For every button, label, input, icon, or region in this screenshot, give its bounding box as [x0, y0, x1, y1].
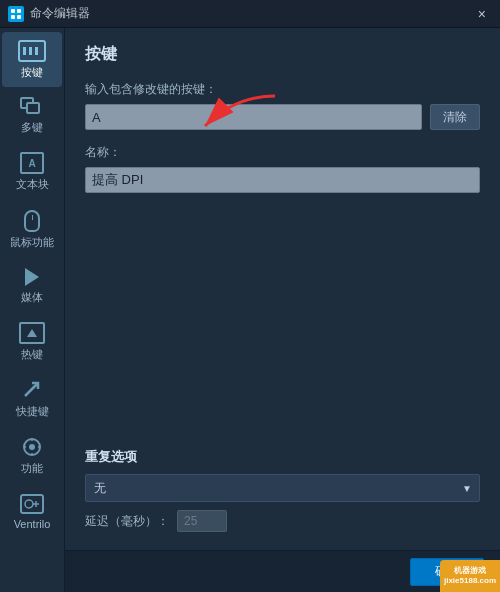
- media-icon: [20, 267, 44, 287]
- window-title: 命令编辑器: [30, 5, 90, 22]
- keyboard-icon: [18, 40, 46, 62]
- sidebar-item-keys[interactable]: 按键: [2, 32, 62, 87]
- repeat-select-row: 无 按住 切换 次数 ▼: [85, 474, 480, 502]
- sidebar-label-multikey: 多键: [21, 121, 43, 134]
- sidebar-item-shortcut[interactable]: 快捷键: [2, 371, 62, 426]
- multikey-icon: [20, 97, 44, 117]
- svg-rect-1: [17, 9, 21, 13]
- title-bar: 命令编辑器 ×: [0, 0, 500, 28]
- sidebar-item-hotkey[interactable]: 热键: [2, 314, 62, 369]
- sidebar-label-hotkey: 热键: [21, 348, 43, 361]
- sidebar-item-multikey[interactable]: 多键: [2, 89, 62, 142]
- svg-rect-0: [11, 9, 15, 13]
- close-button[interactable]: ×: [472, 4, 492, 24]
- ventrilo-icon: [20, 494, 44, 514]
- key-input-label: 输入包含修改键的按键：: [85, 81, 480, 98]
- delay-label: 延迟（毫秒）：: [85, 513, 169, 530]
- delay-row: 延迟（毫秒）：: [85, 510, 480, 532]
- branding-text: 机器游戏 jixie5188.com: [444, 566, 496, 587]
- sidebar-label-keys: 按键: [21, 66, 43, 79]
- branding-badge: 机器游戏 jixie5188.com: [440, 560, 500, 592]
- mouse-icon: [24, 210, 40, 232]
- svg-rect-2: [11, 15, 15, 19]
- sidebar: 按键 多键 A 文本块 鼠标功能 媒体 热键: [0, 28, 65, 592]
- repeat-title: 重复选项: [85, 448, 480, 466]
- sidebar-label-mousefunc: 鼠标功能: [10, 236, 54, 249]
- svg-point-11: [25, 500, 33, 508]
- hotkey-icon: [19, 322, 45, 344]
- repeat-section: 重复选项 无 按住 切换 次数 ▼ 延迟（毫秒）：: [85, 448, 480, 532]
- sidebar-item-function[interactable]: 功能: [2, 428, 62, 483]
- svg-rect-3: [17, 15, 21, 19]
- shortcut-icon: [20, 379, 44, 401]
- section-title: 按键: [85, 44, 480, 65]
- svg-point-6: [29, 444, 35, 450]
- text-icon: A: [20, 152, 44, 174]
- key-input-row: 清除: [85, 104, 480, 130]
- svg-line-4: [25, 383, 38, 396]
- content-area: 按键 输入包含修改键的按键： 清除 名称： 重复选项 无: [65, 28, 500, 592]
- name-input[interactable]: [85, 167, 480, 193]
- delay-input[interactable]: [177, 510, 227, 532]
- sidebar-item-media[interactable]: 媒体: [2, 259, 62, 312]
- main-layout: 按键 多键 A 文本块 鼠标功能 媒体 热键: [0, 28, 500, 592]
- name-label: 名称：: [85, 144, 480, 161]
- key-input[interactable]: [85, 104, 422, 130]
- sidebar-label-ventrilo: Ventrilo: [14, 518, 51, 531]
- bottom-bar: 确定: [65, 550, 500, 592]
- app-icon: [8, 6, 24, 22]
- repeat-select[interactable]: 无 按住 切换 次数: [85, 474, 480, 502]
- sidebar-label-shortcut: 快捷键: [16, 405, 49, 418]
- clear-button[interactable]: 清除: [430, 104, 480, 130]
- sidebar-item-textblock[interactable]: A 文本块: [2, 144, 62, 199]
- sidebar-label-textblock: 文本块: [16, 178, 49, 191]
- repeat-select-wrapper: 无 按住 切换 次数 ▼: [85, 474, 480, 502]
- function-icon: [21, 436, 43, 458]
- sidebar-item-mousefunc[interactable]: 鼠标功能: [2, 202, 62, 257]
- title-bar-left: 命令编辑器: [8, 5, 90, 22]
- sidebar-label-function: 功能: [21, 462, 43, 475]
- sidebar-item-ventrilo[interactable]: Ventrilo: [2, 486, 62, 539]
- sidebar-label-media: 媒体: [21, 291, 43, 304]
